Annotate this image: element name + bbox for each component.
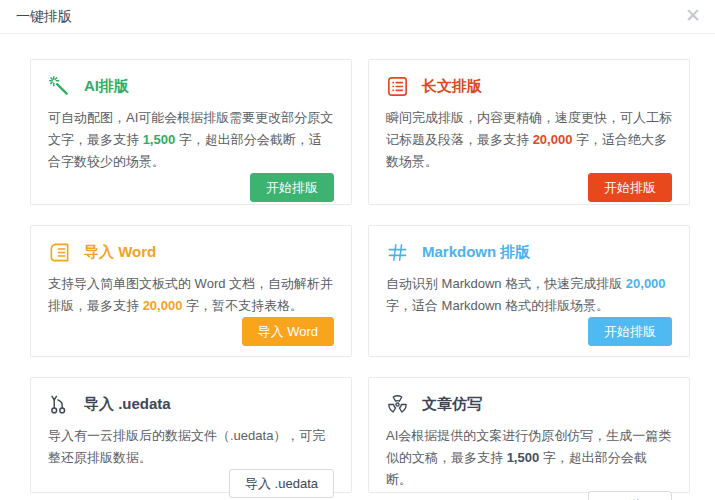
card-header: 长文排版 (386, 75, 672, 98)
highlight-number: 1,500 (143, 132, 176, 147)
card-title: 导入 Word (84, 243, 156, 262)
card-long-article-typeset: 长文排版 瞬间完成排版，内容更精确，速度更快，可人工标记标题及段落，最多支持 2… (368, 59, 690, 205)
ai-start-typeset-button[interactable]: 开始排版 (250, 173, 334, 202)
card-header: Markdown 排版 (386, 241, 672, 264)
card-description: 可自动配图，AI可能会根据排版需要更改部分原文文字，最多支持 1,500 字，超… (48, 107, 334, 173)
one-click-typeset-dialog: 一键排版 ✕ (0, 0, 715, 500)
radiation-icon (386, 393, 409, 416)
long-article-start-typeset-button[interactable]: 开始排版 (588, 173, 672, 202)
desc-text: 字，适合 Markdown 格式的排版场景。 (386, 298, 609, 313)
dialog-header: 一键排版 (0, 0, 715, 34)
card-description: 支持导入简单图文板式的 Word 文档，自动解析并排版，最多支持 20,000 … (48, 273, 334, 317)
card-ai-typeset: AI排版 可自动配图，AI可能会根据排版需要更改部分原文文字，最多支持 1,50… (30, 59, 352, 205)
card-description: 导入有一云排版后的数据文件（.uedata），可完整还原排版数据。 (48, 425, 334, 469)
dialog-title: 一键排版 (16, 8, 72, 26)
desc-text: 字，暂不支持表格。 (182, 298, 303, 313)
desc-text: 自动识别 Markdown 格式，快速完成排版 (386, 276, 626, 291)
card-header: 导入 .uedata (48, 393, 334, 416)
card-title: 导入 .uedata (84, 395, 171, 414)
rewrite-start-button[interactable]: 开始仿写 (588, 491, 672, 500)
card-header: AI排版 (48, 75, 334, 98)
card-title: 文章仿写 (422, 395, 482, 414)
highlight-number: 20,000 (533, 132, 573, 147)
card-description: 瞬间完成排版，内容更精确，速度更快，可人工标记标题及段落，最多支持 20,000… (386, 107, 672, 173)
hash-icon (386, 241, 409, 264)
card-header: 文章仿写 (386, 393, 672, 416)
word-document-icon (48, 241, 71, 264)
card-title: 长文排版 (422, 77, 482, 96)
highlight-number: 1,500 (507, 450, 540, 465)
import-word-button[interactable]: 导入 Word (242, 317, 334, 346)
card-grid: AI排版 可自动配图，AI可能会根据排版需要更改部分原文文字，最多支持 1,50… (0, 34, 715, 493)
card-title: Markdown 排版 (422, 243, 530, 262)
close-icon[interactable]: ✕ (681, 4, 705, 28)
highlight-number: 20,000 (143, 298, 183, 313)
card-import-uedata: 导入 .uedata 导入有一云排版后的数据文件（.uedata），可完整还原排… (30, 377, 352, 493)
highlight-number: 20,000 (626, 276, 666, 291)
magic-wand-icon (48, 75, 71, 98)
list-icon (386, 75, 409, 98)
card-title: AI排版 (84, 77, 129, 96)
markdown-start-typeset-button[interactable]: 开始排版 (588, 317, 672, 346)
card-description: 自动识别 Markdown 格式，快速完成排版 20,000 字，适合 Mark… (386, 273, 672, 317)
card-import-word: 导入 Word 支持导入简单图文板式的 Word 文档，自动解析并排版，最多支持… (30, 225, 352, 357)
card-description: AI会根据提供的文案进行伪原创仿写，生成一篇类似的文稿，最多支持 1,500 字… (386, 425, 672, 491)
card-article-rewrite: 文章仿写 AI会根据提供的文案进行伪原创仿写，生成一篇类似的文稿，最多支持 1,… (368, 377, 690, 493)
branch-icon (48, 393, 71, 416)
card-header: 导入 Word (48, 241, 334, 264)
desc-text: 导入有一云排版后的数据文件（.uedata），可完整还原排版数据。 (48, 428, 325, 465)
import-uedata-button[interactable]: 导入 .uedata (229, 469, 334, 498)
card-markdown-typeset: Markdown 排版 自动识别 Markdown 格式，快速完成排版 20,0… (368, 225, 690, 357)
